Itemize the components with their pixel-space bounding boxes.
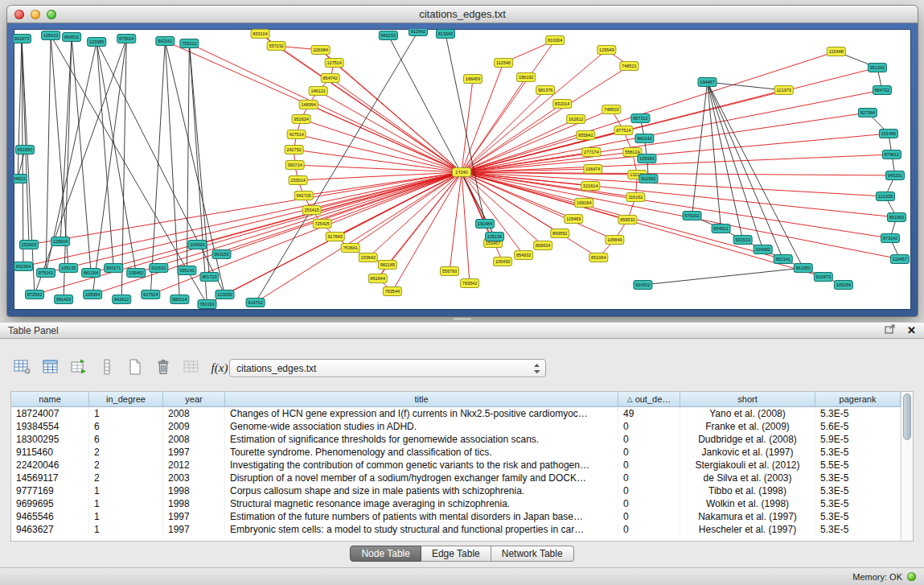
graph-node[interactable]: 252605: [20, 241, 39, 249]
network-select-dropdown[interactable]: citations_edges.txt: [229, 359, 546, 377]
graph-node[interactable]: 105493: [494, 257, 512, 266]
graph-node[interactable]: 679192: [683, 212, 701, 220]
graph-node[interactable]: 880314: [170, 295, 189, 304]
graph-node[interactable]: 917843: [326, 233, 344, 241]
graph-node[interactable]: 253415: [302, 206, 321, 215]
graph-node[interactable]: 242752: [285, 146, 303, 154]
network-canvas[interactable]: 1724022608412751485474214612114899495262…: [14, 29, 911, 310]
table-mode-button[interactable]: [11, 357, 34, 378]
graph-node[interactable]: 105284: [834, 281, 852, 290]
close-panel-button[interactable]: ✕: [907, 325, 916, 336]
graph-node[interactable]: 748503: [602, 105, 621, 114]
graph-node[interactable]: 110457: [890, 255, 909, 264]
column-header-year[interactable]: year: [163, 392, 225, 406]
panel-splitter-handle[interactable]: [453, 317, 472, 321]
table-disabled-button[interactable]: [180, 357, 203, 378]
new-column-button[interactable]: [96, 357, 118, 378]
graph-node[interactable]: 843153: [379, 31, 397, 40]
graph-node[interactable]: 125549: [598, 46, 616, 55]
table-row[interactable]: 2242004622012Investigating the contribut…: [11, 459, 901, 472]
graph-node[interactable]: 146121: [309, 87, 327, 96]
graph-node[interactable]: 981376: [536, 86, 555, 95]
graph-node[interactable]: 899552: [551, 229, 569, 238]
table-row[interactable]: 946554611997Estimation of the future num…: [11, 510, 901, 523]
import-table-button[interactable]: [68, 357, 90, 378]
graph-node[interactable]: 427514: [287, 130, 306, 139]
graph-node[interactable]: 104582: [754, 245, 772, 254]
graph-node[interactable]: 17240: [452, 168, 470, 177]
graph-node[interactable]: 101456: [879, 130, 897, 138]
graph-node[interactable]: 104826: [188, 241, 207, 249]
table-row[interactable]: 1938455462009Genome-wide association stu…: [11, 420, 901, 433]
graph-node[interactable]: 105954: [84, 290, 102, 299]
graph-node[interactable]: 813043: [436, 30, 454, 39]
column-header-out_de[interactable]: △out_de…: [618, 392, 680, 406]
graph-node[interactable]: 148994: [299, 101, 318, 109]
graph-node[interactable]: 993153: [212, 250, 231, 259]
function-builder-button[interactable]: f(x): [208, 357, 231, 378]
graph-node[interactable]: 924502: [634, 281, 652, 290]
graph-node[interactable]: 881264: [82, 269, 101, 278]
graph-node[interactable]: 105423: [42, 31, 60, 40]
graph-node[interactable]: 882141: [774, 255, 792, 264]
column-header-title[interactable]: title: [225, 392, 618, 406]
column-header-in_degree[interactable]: in_degree: [89, 392, 163, 406]
delete-table-button[interactable]: [152, 357, 175, 378]
graph-node[interactable]: 226084: [311, 46, 330, 55]
graph-node[interactable]: 321614: [581, 182, 600, 191]
column-header-short[interactable]: short: [680, 392, 815, 406]
tab-node-table[interactable]: Node Table: [350, 546, 421, 562]
graph-node[interactable]: 115469: [565, 215, 583, 224]
graph-node[interactable]: 927344: [858, 109, 877, 117]
graph-node[interactable]: 975141: [37, 269, 55, 278]
graph-node[interactable]: 879612: [882, 150, 901, 159]
graph-node[interactable]: 191484: [476, 220, 495, 229]
tab-edge-table[interactable]: Edge Table: [421, 546, 491, 562]
minimize-window-button[interactable]: [31, 10, 40, 19]
zoom-window-button[interactable]: [47, 10, 56, 19]
graph-node[interactable]: 105135: [60, 264, 78, 273]
graph-node[interactable]: 104523: [14, 175, 27, 183]
close-window-button[interactable]: [14, 10, 24, 19]
graph-node[interactable]: 931513: [733, 236, 752, 245]
graph-node[interactable]: 910473: [814, 273, 832, 282]
graph-node[interactable]: 857312: [631, 114, 650, 123]
graph-node[interactable]: 105136: [486, 233, 504, 241]
table-row[interactable]: 911546021997Tourette syndrome. Phenomeno…: [11, 446, 901, 459]
graph-node[interactable]: 105849: [606, 236, 624, 245]
graph-node[interactable]: 973142: [881, 234, 899, 243]
graph-node[interactable]: 842612: [113, 295, 131, 304]
table-scrollbar[interactable]: [901, 392, 913, 541]
graph-node[interactable]: 115488: [827, 47, 845, 56]
graph-node[interactable]: 112540: [495, 59, 513, 68]
graph-node[interactable]: 851064: [589, 253, 608, 262]
table-row[interactable]: 946362711997Embryonic stem cells: a mode…: [11, 523, 901, 536]
graph-node[interactable]: 945201: [885, 171, 904, 180]
graph-node[interactable]: 951342: [868, 64, 886, 72]
graph-node[interactable]: 875614: [117, 35, 136, 43]
graph-node[interactable]: 961053: [794, 264, 812, 273]
graph-node[interactable]: 753012: [180, 39, 199, 48]
graph-node[interactable]: 851850: [16, 146, 35, 154]
graph-node[interactable]: 123056: [216, 290, 234, 299]
graph-node[interactable]: 877514: [614, 126, 633, 135]
graph-node[interactable]: 914702: [246, 299, 265, 307]
graph-node[interactable]: 809634: [534, 241, 552, 250]
graph-node[interactable]: 832014: [553, 100, 572, 109]
graph-node[interactable]: 360714: [285, 161, 304, 170]
graph-node[interactable]: 196192: [517, 73, 536, 82]
graph-node[interactable]: 950171: [105, 264, 123, 273]
graph-node[interactable]: 127514: [325, 59, 343, 68]
graph-node[interactable]: 162612: [567, 115, 585, 124]
graph-node[interactable]: 851723: [200, 273, 219, 282]
tab-network-table[interactable]: Network Table: [491, 546, 574, 562]
graph-node[interactable]: 872542: [26, 290, 44, 299]
table-row[interactable]: 1456911722003Disruption of a novel membe…: [11, 472, 901, 484]
graph-node[interactable]: 942361: [156, 37, 175, 46]
graph-node[interactable]: 556793: [440, 267, 458, 276]
graph-node[interactable]: 912842: [409, 29, 427, 36]
graph-node[interactable]: 753641: [341, 244, 359, 253]
graph-node[interactable]: 853104: [251, 30, 269, 39]
graph-node[interactable]: 169164: [575, 199, 593, 208]
new-table-button[interactable]: [124, 357, 146, 378]
